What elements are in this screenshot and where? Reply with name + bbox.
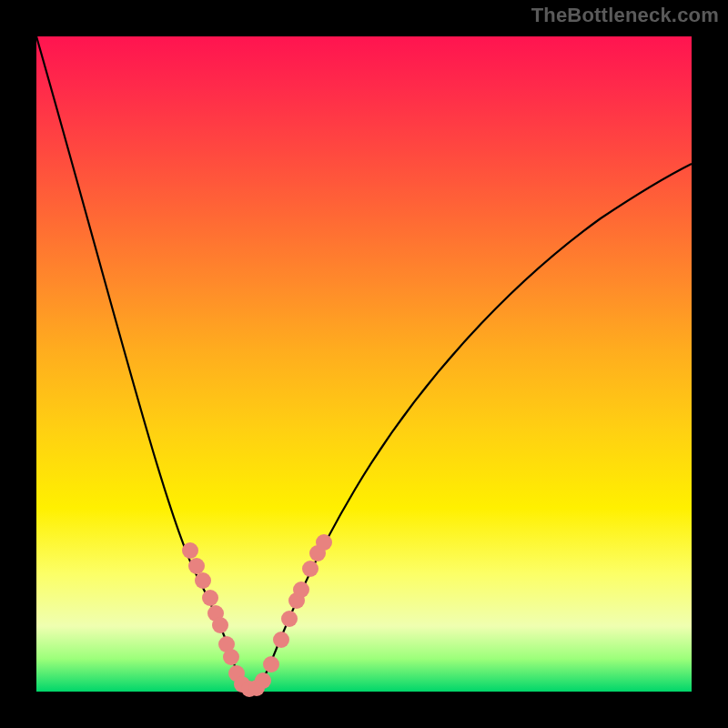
data-marker	[202, 590, 218, 606]
data-marker	[188, 558, 205, 574]
data-marker	[263, 656, 279, 672]
data-marker	[255, 672, 271, 689]
bottleneck-curve	[36, 36, 692, 690]
data-marker	[281, 611, 298, 627]
data-marker	[195, 572, 211, 589]
data-marker	[223, 649, 239, 665]
watermark: TheBottleneck.com	[531, 4, 719, 27]
data-marker	[182, 542, 198, 559]
data-marker	[212, 617, 228, 633]
data-marker	[316, 534, 332, 551]
chart-svg	[36, 36, 692, 692]
chart-container: TheBottleneck.com	[0, 0, 728, 728]
plot-area	[36, 36, 692, 692]
data-marker	[273, 632, 289, 648]
data-marker	[302, 561, 318, 577]
data-marker	[293, 581, 309, 598]
marker-group	[182, 534, 332, 697]
